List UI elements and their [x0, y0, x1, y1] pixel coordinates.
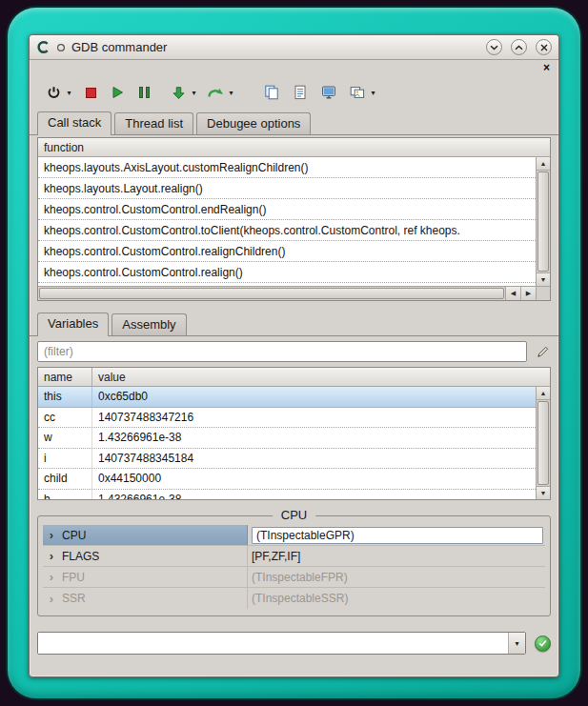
cpu-row[interactable]: › FPU (TInspectableFPR): [43, 567, 545, 588]
tab-variables[interactable]: Variables: [37, 313, 109, 336]
call-stack-column-header[interactable]: function: [38, 138, 550, 157]
step-over-dropdown-icon[interactable]: ▾: [226, 89, 236, 97]
cpu-row-label: › FLAGS: [43, 546, 248, 566]
play-icon: [112, 86, 124, 99]
expand-icon[interactable]: ›: [43, 570, 60, 584]
variable-value: 0x44150000: [92, 469, 536, 489]
scroll-down-icon[interactable]: ▼: [537, 272, 550, 286]
app-icon: [36, 40, 51, 54]
tab-assembly[interactable]: Assembly: [112, 313, 186, 335]
minimize-button[interactable]: [486, 39, 502, 55]
variable-row[interactable]: w 1.43266961e-38: [38, 428, 536, 449]
variables-list: this 0xc65db0 cc 140737488347216 w 1.432…: [38, 387, 536, 499]
filter-edit-icon[interactable]: [534, 345, 551, 359]
call-stack-horizontal-scrollbar[interactable]: ◀ ▶: [38, 286, 536, 300]
call-stack-vertical-scrollbar[interactable]: ▲ ▼: [536, 157, 550, 286]
monitor-icon: [321, 85, 336, 100]
combo-dropdown-icon[interactable]: ▾: [508, 633, 525, 654]
copy-icon: [264, 85, 279, 100]
register-group-name: FLAGS: [60, 550, 99, 563]
stack-copy-button[interactable]: [261, 81, 282, 104]
stop-icon: [86, 88, 96, 98]
register-group-name: SSR: [60, 592, 86, 605]
close-button[interactable]: [536, 39, 552, 55]
cpu-group-title: CPU: [273, 508, 315, 522]
tab-debugee-options[interactable]: Debugee options: [196, 112, 311, 134]
watch-button[interactable]: [347, 81, 368, 104]
variable-name: cc: [38, 408, 92, 428]
call-stack-row[interactable]: kheops.control.CustomControl.toClient(kh…: [38, 220, 536, 241]
stop-button[interactable]: [80, 81, 101, 104]
cpu-row[interactable]: › SSR (TInspectableSSR): [43, 588, 545, 609]
scroll-up-icon[interactable]: ▲: [537, 157, 550, 171]
step-into-dropdown-icon[interactable]: ▾: [189, 89, 199, 97]
command-row: ▾: [37, 632, 551, 655]
command-input[interactable]: [38, 633, 508, 654]
call-stack-row[interactable]: kheops.layouts.Layout.realign(): [38, 178, 536, 199]
step-into-icon: [172, 86, 186, 100]
variables-vertical-scrollbar[interactable]: ▲ ▼: [536, 387, 550, 499]
command-combobox[interactable]: ▾: [37, 632, 526, 655]
variable-value: 1.43266961e-38: [92, 490, 536, 500]
column-header-value[interactable]: value: [92, 368, 550, 386]
variable-name: i: [38, 449, 92, 469]
register-group-value: (TInspectableSSR): [248, 588, 545, 609]
call-stack-row[interactable]: kheops.control.CustomControl.realignChil…: [38, 241, 536, 262]
message-log-button[interactable]: [290, 81, 311, 104]
window-menu-icon[interactable]: [56, 43, 66, 52]
dock-close-icon[interactable]: ×: [543, 62, 550, 73]
cpu-register-list: › CPU (TInspectableGPR) › FLAGS [PF,ZF,I…: [43, 525, 545, 609]
call-stack-row[interactable]: kheops.control.CustomControl.realign(): [38, 262, 536, 283]
tab-thread-list[interactable]: Thread list: [114, 112, 193, 134]
vertical-scroll-thumb[interactable]: [537, 171, 549, 272]
vertical-scroll-thumb[interactable]: [537, 401, 549, 485]
variable-row[interactable]: i 140737488345184: [38, 449, 536, 470]
call-stack-panel: function kheops.layouts.AxisLayout.custo…: [37, 137, 551, 301]
confirm-button[interactable]: [535, 635, 551, 652]
scroll-down-icon[interactable]: ▼: [537, 486, 550, 499]
gdb-commander-window: GDB commander × ▾ ▾: [29, 34, 559, 677]
filter-input[interactable]: [37, 341, 527, 362]
horizontal-scroll-thumb[interactable]: [39, 288, 504, 299]
step-over-button[interactable]: [205, 81, 226, 104]
variable-value: 140737488347216: [92, 408, 536, 428]
column-header-name[interactable]: name: [38, 368, 92, 386]
expand-icon[interactable]: ›: [43, 528, 60, 542]
call-stack-row[interactable]: kheops.control.CustomControl.endRealign(…: [38, 199, 536, 220]
call-stack-row[interactable]: kheops.layouts.AxisLayout.customRealignC…: [38, 157, 536, 178]
run-button[interactable]: [107, 81, 128, 104]
scroll-right-icon[interactable]: ▶: [520, 287, 536, 300]
variable-name: this: [38, 387, 92, 407]
cpu-row[interactable]: › FLAGS [PF,ZF,IF]: [43, 546, 545, 567]
debug-toolbar: ▾ ▾ ▾ ▾: [30, 75, 558, 110]
variables-header: name value: [38, 368, 550, 387]
register-value-editor[interactable]: (TInspectableGPR): [252, 527, 543, 544]
expand-icon[interactable]: ›: [43, 592, 60, 606]
register-group-value: [PF,ZF,IF]: [248, 546, 545, 566]
cpu-row[interactable]: › CPU (TInspectableGPR): [43, 525, 545, 546]
register-group-value: (TInspectableFPR): [248, 567, 545, 587]
tab-call-stack[interactable]: Call stack: [37, 111, 112, 135]
maximize-button[interactable]: [511, 39, 527, 55]
expand-icon[interactable]: ›: [43, 549, 60, 563]
scroll-up-icon[interactable]: ▲: [537, 387, 550, 400]
dock-header: ×: [30, 60, 558, 75]
variables-panel: name value this 0xc65db0 cc 140737488347…: [37, 367, 551, 500]
power-dropdown-icon[interactable]: ▾: [64, 89, 74, 97]
variable-row[interactable]: b 1.43266961e-38: [38, 490, 536, 500]
pause-button[interactable]: [133, 81, 154, 104]
power-button[interactable]: [43, 81, 64, 104]
step-into-button[interactable]: [168, 81, 189, 104]
window-frame: GDB commander × ▾ ▾: [8, 8, 580, 698]
target-output-button[interactable]: [318, 81, 339, 104]
variable-value: 1.43266961e-38: [92, 428, 536, 448]
titlebar[interactable]: GDB commander: [30, 35, 558, 60]
variable-row[interactable]: child 0x44150000: [38, 469, 536, 490]
scroll-left-icon[interactable]: ◀: [505, 287, 520, 300]
watch-dropdown-icon[interactable]: ▾: [368, 89, 378, 97]
variable-row[interactable]: cc 140737488347216: [38, 408, 536, 429]
filter-row: [37, 341, 551, 362]
variable-value: 140737488345184: [92, 449, 536, 469]
variable-row[interactable]: this 0xc65db0: [38, 387, 536, 408]
cpu-row-label: › CPU: [43, 525, 248, 545]
